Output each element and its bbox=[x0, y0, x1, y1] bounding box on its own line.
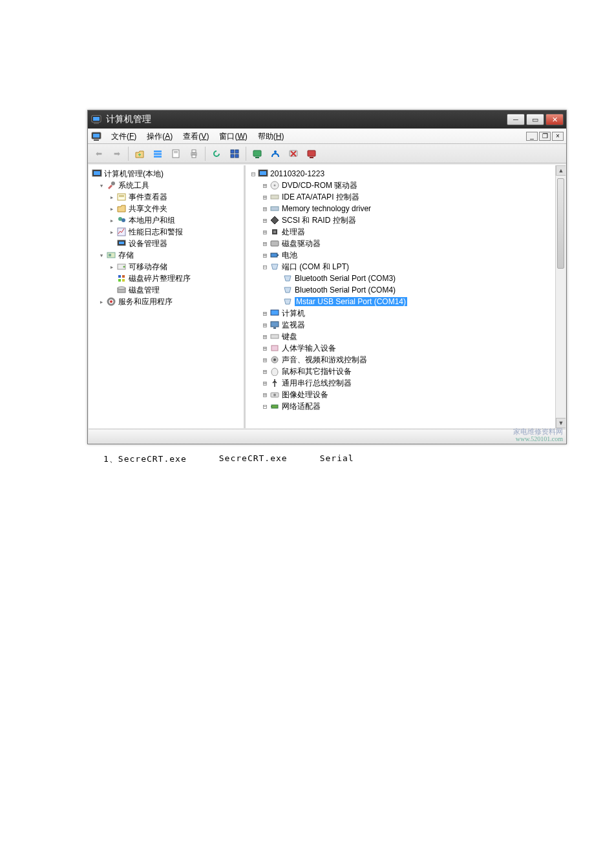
dev-imaging[interactable]: 图像处理设备 bbox=[282, 389, 328, 400]
expand-icon[interactable]: ⊞ bbox=[261, 251, 269, 260]
collapse-icon[interactable]: ⊟ bbox=[249, 170, 257, 178]
collapse-icon[interactable]: ▾ bbox=[98, 251, 105, 260]
disable-button[interactable] bbox=[286, 147, 301, 161]
page-caption: 1、SecreCRT.exe SecreCRT.exe Serial bbox=[103, 453, 354, 465]
dev-hid[interactable]: 人体学输入设备 bbox=[282, 343, 336, 354]
menu-action[interactable]: 操作(A) bbox=[142, 129, 178, 144]
tree-removable[interactable]: 可移动存储 bbox=[129, 262, 167, 273]
tree-storage[interactable]: 存储 bbox=[118, 250, 134, 261]
battery-icon bbox=[270, 250, 280, 260]
expand-icon[interactable]: ▸ bbox=[108, 216, 116, 225]
tree-diskmgmt[interactable]: 磁盘管理 bbox=[129, 285, 160, 296]
expand-icon[interactable]: ▸ bbox=[108, 228, 116, 236]
dev-sound[interactable]: 声音、视频和游戏控制器 bbox=[282, 355, 367, 366]
expand-icon[interactable]: ⊞ bbox=[261, 344, 269, 353]
expand-icon[interactable]: ⊞ bbox=[261, 193, 269, 202]
disk-icon bbox=[270, 238, 280, 249]
ide-icon bbox=[270, 192, 280, 202]
collapse-icon[interactable]: ⊟ bbox=[261, 263, 269, 271]
sound-icon bbox=[270, 355, 280, 365]
dev-scsi[interactable]: SCSI 和 RAID 控制器 bbox=[282, 215, 356, 226]
dev-disk[interactable]: 磁盘驱动器 bbox=[282, 238, 321, 249]
svg-rect-9 bbox=[173, 150, 179, 158]
dev-battery[interactable]: 电池 bbox=[282, 250, 297, 261]
mdi-close-button[interactable]: × bbox=[552, 132, 564, 141]
menu-file[interactable]: 文件(F) bbox=[106, 129, 142, 144]
expand-icon[interactable]: ⊞ bbox=[261, 367, 269, 376]
expand-icon[interactable]: ▸ bbox=[98, 298, 105, 306]
dev-keyboard[interactable]: 键盘 bbox=[282, 331, 297, 342]
window-titlebar[interactable]: 计算机管理 ─ ▭ ✕ bbox=[88, 110, 566, 129]
svg-rect-13 bbox=[192, 150, 196, 152]
expand-icon[interactable]: ⊞ bbox=[261, 321, 269, 329]
scan-hw-button[interactable] bbox=[250, 147, 264, 161]
maximize-button[interactable]: ▭ bbox=[526, 114, 544, 125]
dev-com3[interactable]: Bluetooth Serial Port (COM3) bbox=[295, 274, 396, 283]
expand-icon[interactable]: ⊞ bbox=[261, 228, 269, 236]
dev-monitor[interactable]: 监视器 bbox=[282, 320, 305, 331]
tree-defrag[interactable]: 磁盘碎片整理程序 bbox=[129, 273, 191, 284]
properties-button[interactable] bbox=[169, 147, 183, 161]
vertical-scrollbar[interactable]: ▲ ▼ bbox=[555, 165, 566, 428]
expand-icon[interactable]: ▸ bbox=[108, 193, 116, 202]
device-tree[interactable]: ⊟ 20110320-1223 ⊞DVD/CD-ROM 驱动器 ⊞IDE ATA… bbox=[246, 165, 566, 428]
dev-ide[interactable]: IDE ATA/ATAPI 控制器 bbox=[282, 192, 359, 203]
tree-device-manager[interactable]: 设备管理器 bbox=[129, 238, 167, 249]
nav-forward-button[interactable]: ➡ bbox=[110, 147, 124, 161]
expand-icon[interactable]: ⊞ bbox=[261, 205, 269, 213]
refresh-button[interactable] bbox=[209, 147, 224, 161]
tree-performance[interactable]: 性能日志和警报 bbox=[129, 227, 183, 238]
tree-services[interactable]: 服务和应用程序 bbox=[118, 296, 173, 307]
menu-view[interactable]: 查看(V) bbox=[178, 129, 214, 144]
tree-system-tools[interactable]: 系统工具 bbox=[118, 180, 149, 191]
dev-com14-selected[interactable]: Mstar USB Serial Port (COM14) bbox=[295, 297, 407, 306]
dev-mouse[interactable]: 鼠标和其它指针设备 bbox=[282, 366, 352, 377]
expand-icon[interactable]: ⊞ bbox=[261, 181, 269, 190]
tree-local-users[interactable]: 本地用户和组 bbox=[129, 215, 175, 226]
minimize-button[interactable]: ─ bbox=[507, 114, 525, 125]
expand-icon[interactable]: ⊞ bbox=[261, 333, 269, 341]
storage-icon bbox=[106, 250, 116, 260]
scroll-thumb[interactable] bbox=[557, 178, 564, 269]
print-button[interactable] bbox=[187, 147, 201, 161]
dev-root[interactable]: 20110320-1223 bbox=[270, 169, 324, 178]
show-hide-button[interactable] bbox=[228, 147, 242, 161]
close-button[interactable]: ✕ bbox=[545, 114, 564, 125]
dev-usb[interactable]: 通用串行总线控制器 bbox=[282, 378, 352, 389]
dev-computer[interactable]: 计算机 bbox=[282, 308, 305, 319]
scroll-up-button[interactable]: ▲ bbox=[556, 165, 566, 176]
dev-network[interactable]: 网络适配器 bbox=[282, 401, 321, 412]
tree-shared-folders[interactable]: 共享文件夹 bbox=[129, 203, 167, 214]
mdi-minimize-button[interactable]: _ bbox=[526, 132, 538, 141]
svg-point-47 bbox=[110, 300, 112, 303]
diskmgmt-icon bbox=[116, 285, 127, 295]
mdi-restore-button[interactable]: ❐ bbox=[539, 132, 551, 141]
expand-icon[interactable]: ▸ bbox=[108, 205, 116, 213]
collapse-icon[interactable]: ▾ bbox=[98, 181, 105, 190]
tree-event-viewer[interactable]: 事件查看器 bbox=[129, 192, 167, 203]
collapse-icon[interactable]: ⊟ bbox=[261, 402, 269, 411]
uninstall-button[interactable] bbox=[304, 147, 319, 161]
expand-icon[interactable]: ⊞ bbox=[261, 391, 269, 399]
expand-icon[interactable]: ▸ bbox=[108, 263, 116, 271]
up-one-level-button[interactable] bbox=[132, 147, 147, 161]
console-tree[interactable]: 计算机管理(本地) ▾ 系统工具 ▸ 事件查看器 ▸ 共享文件夹 ▸ 本 bbox=[89, 165, 244, 428]
tree-root[interactable]: 计算机管理(本地) bbox=[104, 169, 164, 180]
expand-icon[interactable]: ⊞ bbox=[261, 240, 269, 248]
expand-icon[interactable]: ⊞ bbox=[261, 216, 269, 225]
expand-icon[interactable]: ⊞ bbox=[261, 309, 269, 318]
expand-icon[interactable]: ⊞ bbox=[261, 356, 269, 364]
nav-back-button[interactable]: ⬅ bbox=[92, 147, 106, 161]
dev-memtech[interactable]: Memory technology driver bbox=[282, 204, 371, 213]
dev-com4[interactable]: Bluetooth Serial Port (COM4) bbox=[295, 285, 396, 294]
expand-icon[interactable]: ⊞ bbox=[261, 379, 269, 388]
scroll-down-button[interactable]: ▼ bbox=[556, 418, 566, 428]
svg-rect-2 bbox=[94, 123, 99, 124]
menu-window[interactable]: 窗口(W) bbox=[214, 129, 252, 144]
update-driver-button[interactable] bbox=[268, 147, 282, 161]
dev-ports[interactable]: 端口 (COM 和 LPT) bbox=[282, 262, 349, 273]
views-button[interactable] bbox=[151, 147, 165, 161]
dev-dvd[interactable]: DVD/CD-ROM 驱动器 bbox=[282, 180, 357, 191]
dev-cpu[interactable]: 处理器 bbox=[282, 227, 305, 238]
menu-help[interactable]: 帮助(H) bbox=[253, 129, 290, 144]
